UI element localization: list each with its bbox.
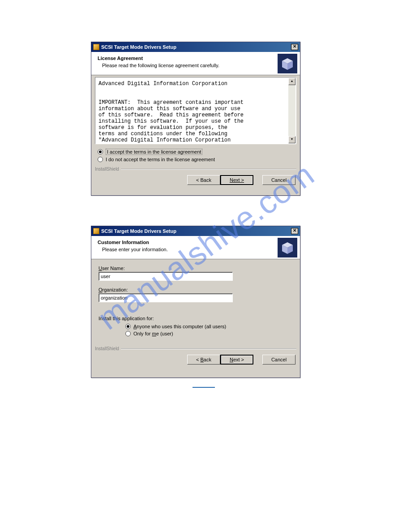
close-icon[interactable]: ✕ [291,44,298,50]
next-button[interactable]: Next > [220,175,253,185]
radio-onlyme-label: Only for me (user) [133,331,173,336]
radio-reject-row[interactable]: I do not accept the terms in the license… [98,157,300,162]
button-row: < Back Next > Cancel [91,352,300,368]
brand-line: InstallShield [95,346,296,351]
close-icon[interactable]: ✕ [291,228,298,234]
scroll-down-icon[interactable]: ▾ [288,136,295,143]
back-button[interactable]: < Back [187,355,220,365]
radio-reject-label: I do not accept the terms in the license… [106,157,215,162]
next-button[interactable]: Next > [220,355,253,365]
installer-icon [93,228,99,234]
user-name-label: User Name: [98,266,293,271]
dialog-header: License Agreement Please read the follow… [91,52,300,75]
header-title: License Agreement [98,56,294,61]
radio-accept-label: I accept the terms in the license agreem… [106,149,202,155]
button-row: < Back Next > Cancel [91,172,300,189]
installer-icon [93,44,99,50]
radio-anyone-row[interactable]: Anyone who uses this computer (all users… [125,324,293,329]
scroll-up-icon[interactable]: ▴ [288,78,295,85]
dialog-header: Customer Information Please enter your i… [91,236,300,259]
brand-line: InstallShield [95,167,296,172]
organization-label: Organization: [98,287,293,292]
back-button[interactable]: < Back [187,175,220,185]
brand-text: InstallShield [95,346,119,351]
radio-accept[interactable] [98,149,103,154]
user-name-field[interactable] [98,272,233,281]
header-subtitle: Please enter your information. [102,247,294,252]
scroll-track[interactable] [288,85,295,136]
radio-anyone-label: Anyone who uses this computer (all users… [133,324,226,329]
dialog-body: User Name: Organization: Install this ap… [91,259,300,342]
header-title: Customer Information [98,240,294,245]
radio-onlyme[interactable] [125,331,131,336]
page-divider [193,387,215,388]
window-title: SCSI Target Mode Drivers Setup [101,44,291,50]
customer-info-dialog: SCSI Target Mode Drivers Setup ✕ Custome… [91,226,300,378]
install-for-label: Install this application for: [98,316,293,321]
cancel-button[interactable]: Cancel [262,355,295,365]
scrollbar[interactable]: ▴ ▾ [288,78,295,143]
license-dialog: SCSI Target Mode Drivers Setup ✕ License… [91,42,300,196]
brand-text: InstallShield [95,167,119,172]
radio-onlyme-row[interactable]: Only for me (user) [125,331,293,336]
license-text: Advanced Digital Information Corporation… [96,78,288,143]
license-textarea[interactable]: Advanced Digital Information Corporation… [95,77,296,144]
box-icon [278,238,297,257]
titlebar[interactable]: SCSI Target Mode Drivers Setup ✕ [91,226,300,236]
organization-field[interactable] [98,293,233,302]
box-icon [278,54,297,73]
radio-accept-row[interactable]: I accept the terms in the license agreem… [98,149,300,155]
cancel-button[interactable]: Cancel [262,175,295,185]
titlebar[interactable]: SCSI Target Mode Drivers Setup ✕ [91,42,300,52]
window-title: SCSI Target Mode Drivers Setup [101,228,291,234]
radio-reject[interactable] [98,157,103,162]
header-subtitle: Please read the following license agreem… [102,63,294,68]
radio-anyone[interactable] [125,324,131,329]
